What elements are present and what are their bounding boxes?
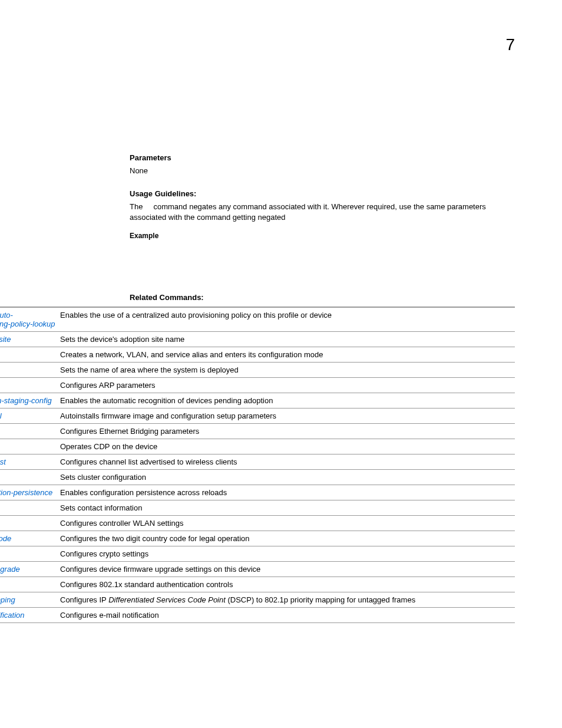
command-link[interactable]: contact xyxy=(0,500,58,515)
example-heading: Example xyxy=(130,232,515,240)
table-row: country-codeConfigures the two digit cou… xyxy=(0,531,515,546)
table-row: device-upgradeConfigures device firmware… xyxy=(0,561,515,577)
usage-text-rest: command negates any command associated w… xyxy=(130,202,486,222)
command-description: Sets the name of area where the system i… xyxy=(58,362,515,377)
related-commands-tbody: adopter-auto-provisioning-policy-lookupE… xyxy=(0,307,515,623)
command-link[interactable]: dscp-mapping xyxy=(0,592,58,607)
related-commands-heading: Related Commands: xyxy=(130,293,515,302)
command-link[interactable]: crypto xyxy=(0,546,58,561)
command-link[interactable]: channel-list xyxy=(0,454,58,469)
parameters-heading: Parameters xyxy=(130,153,515,162)
table-row: autoinstallAutoinstalls firmware image a… xyxy=(0,408,515,423)
command-description: Operates CDP on the device xyxy=(58,439,515,454)
command-description: Creates a network, VLAN, and service ali… xyxy=(58,347,515,362)
table-row: adopter-auto-provisioning-policy-lookupE… xyxy=(0,307,515,332)
command-description: Configures device firmware upgrade setti… xyxy=(58,561,515,577)
command-description: Configures Ethernet Bridging parameters xyxy=(58,423,515,439)
table-row: clusterSets cluster configuration xyxy=(0,469,515,485)
page: 7 Parameters None Usage Guidelines: The … xyxy=(0,0,562,670)
command-description: Configures e-mail notification xyxy=(58,607,515,622)
desc-text: (DSCP) to 802.1p priority mapping for un… xyxy=(226,595,415,604)
command-link[interactable]: controller xyxy=(0,515,58,531)
command-link[interactable]: adoption-site xyxy=(0,331,58,347)
table-row: configuration-persistenceEnables configu… xyxy=(0,485,515,500)
command-link[interactable]: auto-learn-staging-config xyxy=(0,393,58,408)
usage-text-prefix: The xyxy=(130,202,143,211)
command-link[interactable]: adopter-auto-provisioning-policy-lookup xyxy=(0,307,58,332)
table-row: auto-learn-staging-configEnables the aut… xyxy=(0,393,515,408)
table-row: aliasCreates a network, VLAN, and servic… xyxy=(0,347,515,362)
command-description: Enables configuration persistence across… xyxy=(58,485,515,500)
table-row: dscp-mappingConfigures IP Differentiated… xyxy=(0,592,515,607)
command-description: Sets contact information xyxy=(58,500,515,515)
desc-text: Configures IP xyxy=(60,595,108,604)
usage-guidelines-heading: Usage Guidelines: xyxy=(130,189,515,198)
table-row: email-notificationConfigures e-mail noti… xyxy=(0,607,515,622)
command-description: Configures controller WLAN settings xyxy=(58,515,515,531)
table-row: controllerConfigures controller WLAN set… xyxy=(0,515,515,531)
command-description: Configures 802.1x standard authenticatio… xyxy=(58,577,515,592)
command-description: Sets the device's adoption site name xyxy=(58,331,515,347)
command-description: Configures IP Differentiated Services Co… xyxy=(58,592,515,607)
table-row: bridgeConfigures Ethernet Bridging param… xyxy=(0,423,515,439)
command-link[interactable]: device-upgrade xyxy=(0,561,58,577)
command-link[interactable]: bridge xyxy=(0,423,58,439)
table-row: cdpOperates CDP on the device xyxy=(0,439,515,454)
command-description: Autoinstalls firmware image and configur… xyxy=(58,408,515,423)
command-link[interactable]: dot1x xyxy=(0,577,58,592)
command-link[interactable]: area xyxy=(0,362,58,377)
command-description: Sets cluster configuration xyxy=(58,469,515,485)
table-row: adoption-siteSets the device's adoption … xyxy=(0,331,515,347)
command-link[interactable]: country-code xyxy=(0,531,58,546)
page-number: 7 xyxy=(505,35,515,54)
command-description: Configures crypto settings xyxy=(58,546,515,561)
command-link[interactable]: cdp xyxy=(0,439,58,454)
command-link[interactable]: configuration-persistence xyxy=(0,485,58,500)
usage-guidelines-body: The command negates any command associat… xyxy=(130,202,515,223)
command-link[interactable]: autoinstall xyxy=(0,408,58,423)
command-description: Configures channel list advertised to wi… xyxy=(58,454,515,469)
table-row: dot1xConfigures 802.1x standard authenti… xyxy=(0,577,515,592)
command-link[interactable]: email-notification xyxy=(0,607,58,622)
command-link[interactable]: arp xyxy=(0,377,58,393)
command-description: Enables the use of a centralized auto pr… xyxy=(58,307,515,332)
command-link[interactable]: cluster xyxy=(0,469,58,485)
command-link[interactable]: alias xyxy=(0,347,58,362)
command-description: Configures the two digit country code fo… xyxy=(58,531,515,546)
table-row: contactSets contact information xyxy=(0,500,515,515)
page-content: Parameters None Usage Guidelines: The co… xyxy=(130,153,515,302)
command-description: Enables the automatic recognition of dev… xyxy=(58,393,515,408)
table-row: areaSets the name of area where the syst… xyxy=(0,362,515,377)
desc-italic: Differentiated Services Code Point xyxy=(108,595,226,604)
table-row: arpConfigures ARP parameters xyxy=(0,377,515,393)
table-row: channel-listConfigures channel list adve… xyxy=(0,454,515,469)
parameters-body: None xyxy=(130,166,515,176)
command-description: Configures ARP parameters xyxy=(58,377,515,393)
table-row: cryptoConfigures crypto settings xyxy=(0,546,515,561)
related-commands-table: adopter-auto-provisioning-policy-lookupE… xyxy=(0,307,515,623)
